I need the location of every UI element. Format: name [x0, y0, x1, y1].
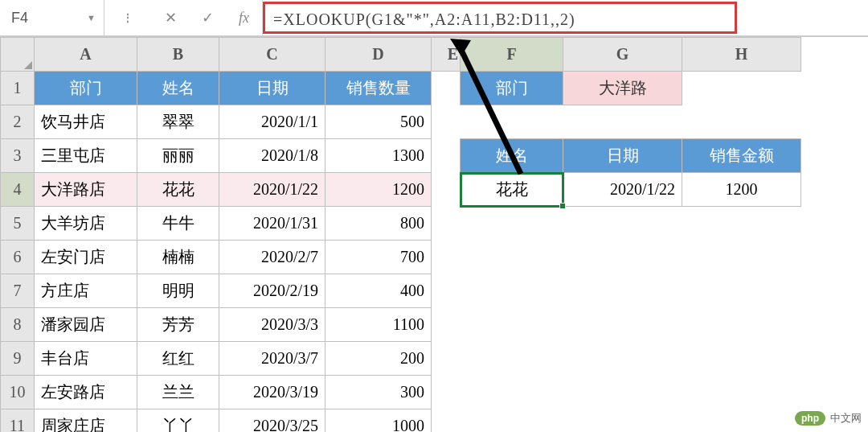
- cell[interactable]: 2020/3/7: [219, 342, 326, 376]
- cell[interactable]: [432, 173, 461, 207]
- dropdown-icon[interactable]: ▼: [87, 13, 96, 23]
- fill-handle[interactable]: [559, 203, 566, 209]
- cell[interactable]: 丫丫: [137, 409, 219, 433]
- cell[interactable]: [682, 376, 801, 409]
- cell[interactable]: 左安门店: [35, 241, 137, 274]
- cell[interactable]: 2020/3/25: [219, 409, 326, 433]
- cell[interactable]: 饮马井店: [35, 105, 137, 139]
- col-header-H[interactable]: H: [682, 38, 801, 72]
- cell[interactable]: 大羊坊店: [35, 207, 137, 241]
- cell[interactable]: [682, 308, 801, 342]
- col-header-G[interactable]: G: [563, 38, 682, 72]
- cell[interactable]: [461, 241, 563, 274]
- cancel-icon[interactable]: ✕: [152, 0, 189, 35]
- cell[interactable]: 2020/3/3: [219, 308, 326, 342]
- cell[interactable]: [432, 241, 461, 274]
- cell[interactable]: 1200: [326, 173, 432, 207]
- cell[interactable]: [563, 376, 682, 409]
- cell[interactable]: 丽丽: [137, 139, 219, 173]
- row-header-5[interactable]: 5: [1, 207, 35, 241]
- cell[interactable]: 1200: [682, 173, 801, 207]
- cell[interactable]: 兰兰: [137, 376, 219, 409]
- cell[interactable]: [432, 342, 461, 376]
- cell[interactable]: [682, 72, 801, 105]
- cell[interactable]: 2020/1/1: [219, 105, 326, 139]
- cell[interactable]: 芳芳: [137, 308, 219, 342]
- cell[interactable]: [461, 274, 563, 308]
- row-header-6[interactable]: 6: [1, 241, 35, 274]
- cell[interactable]: [563, 105, 682, 139]
- col-header-E[interactable]: E: [432, 38, 461, 72]
- col-header-A[interactable]: A: [35, 38, 137, 72]
- cell[interactable]: [682, 409, 801, 433]
- cell[interactable]: 1000: [326, 409, 432, 433]
- cell[interactable]: [682, 207, 801, 241]
- cell[interactable]: 800: [326, 207, 432, 241]
- cell[interactable]: [563, 409, 682, 433]
- cell[interactable]: [432, 376, 461, 409]
- cell[interactable]: [432, 308, 461, 342]
- lookup-header-date[interactable]: 日期: [563, 139, 682, 173]
- row-header-2[interactable]: 2: [1, 105, 35, 139]
- row-header-4[interactable]: 4: [1, 173, 35, 207]
- fx-icon[interactable]: fx: [226, 0, 263, 35]
- row-header-8[interactable]: 8: [1, 308, 35, 342]
- cell[interactable]: [432, 409, 461, 433]
- cell[interactable]: [682, 274, 801, 308]
- main-header-name[interactable]: 姓名: [137, 72, 219, 105]
- cell[interactable]: 花花: [137, 173, 219, 207]
- cell[interactable]: 大洋路店: [35, 173, 137, 207]
- cell[interactable]: [432, 274, 461, 308]
- cell[interactable]: 牛牛: [137, 207, 219, 241]
- cell[interactable]: [461, 409, 563, 433]
- cell[interactable]: 左安路店: [35, 376, 137, 409]
- main-header-dept[interactable]: 部门: [35, 72, 137, 105]
- row-header-3[interactable]: 3: [1, 139, 35, 173]
- cell[interactable]: 三里屯店: [35, 139, 137, 173]
- row-header-1[interactable]: 1: [1, 72, 35, 105]
- select-all-corner[interactable]: [1, 38, 35, 72]
- cell[interactable]: 700: [326, 241, 432, 274]
- cell[interactable]: 1100: [326, 308, 432, 342]
- name-box[interactable]: F4 ▼: [0, 0, 104, 35]
- cell[interactable]: 楠楠: [137, 241, 219, 274]
- cell[interactable]: 2020/1/8: [219, 139, 326, 173]
- cell[interactable]: [563, 241, 682, 274]
- function-dropdown-icon[interactable]: ⋮: [104, 11, 152, 24]
- cell[interactable]: 1300: [326, 139, 432, 173]
- cell[interactable]: 2020/2/7: [219, 241, 326, 274]
- spreadsheet-grid[interactable]: A B C D E F G H 1 部门 姓名 日期 销售数量 部门 大洋路 2…: [0, 37, 868, 432]
- cell[interactable]: [432, 72, 461, 105]
- cell[interactable]: 方庄店: [35, 274, 137, 308]
- confirm-icon[interactable]: ✓: [189, 0, 226, 35]
- cell[interactable]: [461, 342, 563, 376]
- row-header-10[interactable]: 10: [1, 376, 35, 409]
- main-header-date[interactable]: 日期: [219, 72, 326, 105]
- col-header-C[interactable]: C: [219, 38, 326, 72]
- row-header-9[interactable]: 9: [1, 342, 35, 376]
- col-header-B[interactable]: B: [137, 38, 219, 72]
- cell[interactable]: [563, 274, 682, 308]
- cell[interactable]: [432, 105, 461, 139]
- cell[interactable]: [682, 342, 801, 376]
- lookup-header-amount[interactable]: 销售金额: [682, 139, 801, 173]
- lookup-header-name[interactable]: 姓名: [461, 139, 563, 173]
- row-header-7[interactable]: 7: [1, 274, 35, 308]
- cell[interactable]: [432, 207, 461, 241]
- cell[interactable]: [563, 308, 682, 342]
- cell[interactable]: 2020/1/22: [219, 173, 326, 207]
- cell[interactable]: 2020/2/19: [219, 274, 326, 308]
- formula-input[interactable]: =XLOOKUP(G1&"*",A2:A11,B2:D11,,2): [263, 2, 737, 34]
- cell[interactable]: 2020/1/31: [219, 207, 326, 241]
- cell[interactable]: 500: [326, 105, 432, 139]
- cell[interactable]: 400: [326, 274, 432, 308]
- cell[interactable]: [563, 207, 682, 241]
- cell[interactable]: 潘家园店: [35, 308, 137, 342]
- col-header-D[interactable]: D: [326, 38, 432, 72]
- col-header-F[interactable]: F: [461, 38, 563, 72]
- cell[interactable]: [682, 241, 801, 274]
- cell[interactable]: [461, 207, 563, 241]
- cell[interactable]: 2020/1/22: [563, 173, 682, 207]
- cell[interactable]: [432, 139, 461, 173]
- cell[interactable]: [461, 376, 563, 409]
